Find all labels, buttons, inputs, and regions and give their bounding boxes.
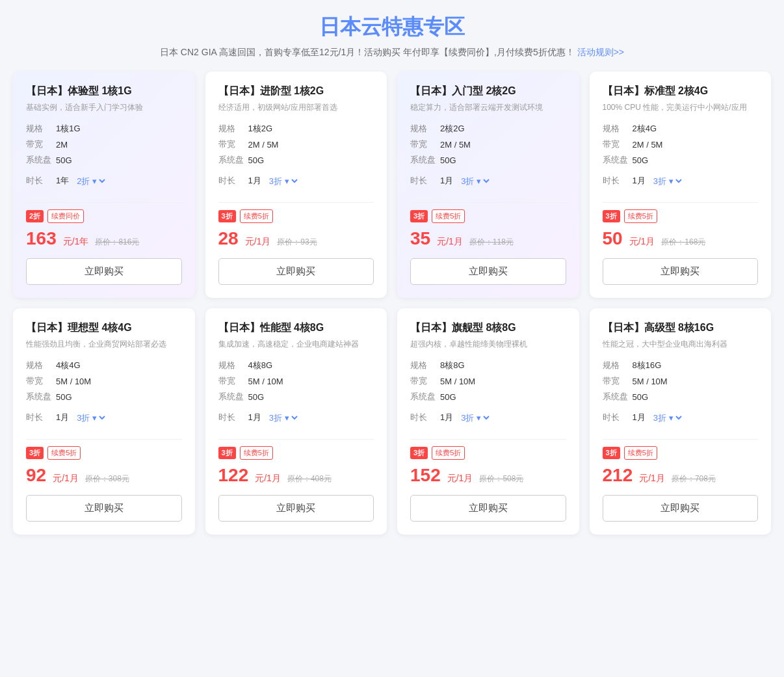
price-row: 50 元/1月 原价：168元 bbox=[603, 228, 759, 249]
spec-value: 5M / 10M bbox=[248, 377, 283, 386]
spec-value: 50G bbox=[248, 155, 265, 165]
price-section: 3折续费5折 212 元/1月 原价：708元 bbox=[603, 446, 759, 486]
spec-label: 系统盘 bbox=[603, 391, 633, 403]
price-row: 163 元/1年 原价：816元 bbox=[26, 228, 182, 249]
badge-discount: 2折 bbox=[26, 210, 44, 222]
price-section: 3折续费5折 122 元/1月 原价：408元 bbox=[218, 446, 374, 486]
buy-button[interactable]: 立即购买 bbox=[410, 258, 566, 285]
price-unit: 元/1月 bbox=[437, 236, 463, 248]
spec-label: 规格 bbox=[603, 123, 633, 135]
spec-row: 带宽 2M / 5M bbox=[410, 139, 566, 150]
divider bbox=[603, 202, 759, 203]
buy-button[interactable]: 立即购买 bbox=[410, 495, 566, 522]
spec-row: 系统盘 50G bbox=[218, 391, 374, 403]
price-section: 2折续费同价 163 元/1年 原价：816元 bbox=[26, 209, 182, 249]
price-row: 35 元/1月 原价：118元 bbox=[410, 228, 566, 249]
spec-value: 4核8G bbox=[248, 360, 273, 371]
product-card-8: 【日本】高级型 8核16G 性能之冠，大中型企业电商出海利器 规格 8核16G … bbox=[590, 308, 772, 535]
price-section: 3折续费5折 35 元/1月 原价：118元 bbox=[410, 209, 566, 249]
discount-select[interactable]: 3折 ▾ bbox=[74, 412, 107, 423]
duration-value: 1月 bbox=[633, 175, 646, 187]
badge-renew: 续费5折 bbox=[432, 446, 465, 460]
divider bbox=[218, 202, 374, 203]
card-title: 【日本】高级型 8核16G bbox=[603, 321, 759, 335]
spec-label: 系统盘 bbox=[26, 391, 56, 403]
duration-label: 时长 bbox=[26, 412, 56, 423]
spec-row: 规格 8核16G bbox=[603, 360, 759, 371]
price-original: 原价：168元 bbox=[661, 237, 705, 248]
buy-button[interactable]: 立即购买 bbox=[603, 495, 759, 522]
price-section: 3折续费5折 92 元/1月 原价：308元 bbox=[26, 446, 182, 486]
spec-value: 1核2G bbox=[248, 123, 273, 135]
duration-value: 1月 bbox=[440, 175, 453, 187]
spec-value: 5M / 10M bbox=[440, 377, 475, 386]
spec-row: 系统盘 50G bbox=[603, 154, 759, 166]
price-section: 3折续费5折 152 元/1月 原价：508元 bbox=[410, 446, 566, 486]
spec-label: 规格 bbox=[26, 360, 56, 371]
spec-label: 规格 bbox=[603, 360, 633, 371]
spec-row: 系统盘 50G bbox=[218, 154, 374, 166]
duration-label: 时长 bbox=[603, 412, 633, 423]
price-section: 3折续费5折 50 元/1月 原价：168元 bbox=[603, 209, 759, 249]
buy-button[interactable]: 立即购买 bbox=[218, 495, 374, 522]
buy-button[interactable]: 立即购买 bbox=[218, 258, 374, 285]
price-original: 原价：708元 bbox=[672, 473, 716, 485]
spec-value: 2M bbox=[56, 140, 68, 150]
spec-row: 带宽 2M / 5M bbox=[603, 139, 759, 150]
spec-value: 1核1G bbox=[56, 123, 81, 135]
badge-renew: 续费同价 bbox=[47, 209, 84, 223]
spec-label: 规格 bbox=[218, 360, 248, 371]
discount-select[interactable]: 3折 ▾ bbox=[651, 412, 684, 423]
spec-label: 系统盘 bbox=[410, 391, 440, 403]
duration-value: 1月 bbox=[56, 412, 69, 423]
spec-label: 规格 bbox=[218, 123, 248, 135]
discount-select[interactable]: 3折 ▾ bbox=[458, 412, 491, 423]
price-row: 92 元/1月 原价：308元 bbox=[26, 465, 182, 486]
badge-renew: 续费5折 bbox=[47, 446, 81, 460]
spec-label: 带宽 bbox=[218, 139, 248, 150]
spec-value: 50G bbox=[633, 392, 649, 402]
spec-value: 5M / 10M bbox=[633, 377, 668, 386]
duration-value: 1年 bbox=[56, 175, 69, 187]
buy-button[interactable]: 立即购买 bbox=[26, 258, 182, 285]
badge-renew: 续费5折 bbox=[240, 446, 273, 460]
spec-label: 系统盘 bbox=[603, 154, 633, 166]
spec-value: 2核2G bbox=[440, 123, 465, 135]
price-main: 50 bbox=[603, 228, 623, 249]
duration-row: 时长 1月 3折 ▾ bbox=[410, 175, 566, 187]
badges-row: 3折续费5折 bbox=[410, 209, 566, 223]
rules-link[interactable]: 活动规则>> bbox=[577, 47, 624, 57]
spec-value: 2M / 5M bbox=[248, 140, 279, 150]
discount-select[interactable]: 2折 ▾ bbox=[74, 176, 107, 187]
buy-button[interactable]: 立即购买 bbox=[26, 495, 182, 522]
card-title: 【日本】旗舰型 8核8G bbox=[410, 321, 566, 335]
discount-select[interactable]: 3折 ▾ bbox=[267, 176, 300, 187]
card-title: 【日本】标准型 2核4G bbox=[603, 85, 759, 98]
spec-row: 带宽 5M / 10M bbox=[603, 375, 759, 387]
spec-row: 规格 2核2G bbox=[410, 123, 566, 135]
spec-row: 规格 4核4G bbox=[26, 360, 182, 371]
spec-row: 规格 8核8G bbox=[410, 360, 566, 371]
spec-value: 2M / 5M bbox=[633, 140, 663, 150]
price-unit: 元/1年 bbox=[63, 236, 89, 248]
price-original: 原价：816元 bbox=[95, 237, 139, 248]
duration-row: 时长 1月 3折 ▾ bbox=[603, 412, 759, 423]
buy-button[interactable]: 立即购买 bbox=[603, 258, 759, 285]
duration-label: 时长 bbox=[26, 175, 56, 187]
discount-select[interactable]: 3折 ▾ bbox=[458, 176, 491, 187]
divider bbox=[26, 202, 182, 203]
card-specs: 规格 2核2G 带宽 2M / 5M 系统盘 50G bbox=[410, 123, 566, 166]
discount-select[interactable]: 3折 ▾ bbox=[651, 176, 684, 187]
price-unit: 元/1月 bbox=[245, 236, 271, 248]
discount-select[interactable]: 3折 ▾ bbox=[267, 412, 300, 423]
spec-value: 8核8G bbox=[440, 360, 465, 371]
spec-row: 系统盘 50G bbox=[410, 391, 566, 403]
badge-discount: 3折 bbox=[603, 210, 620, 222]
spec-row: 系统盘 50G bbox=[26, 154, 182, 166]
divider bbox=[218, 439, 374, 440]
price-main: 28 bbox=[218, 228, 239, 249]
duration-row: 时长 1月 3折 ▾ bbox=[26, 412, 182, 423]
duration-value: 1月 bbox=[440, 412, 453, 423]
page-header: 日本云特惠专区 日本 CN2 GIA 高速回国，首购专享低至12元/1月！活动购… bbox=[13, 13, 771, 59]
badges-row: 3折续费5折 bbox=[603, 209, 759, 223]
